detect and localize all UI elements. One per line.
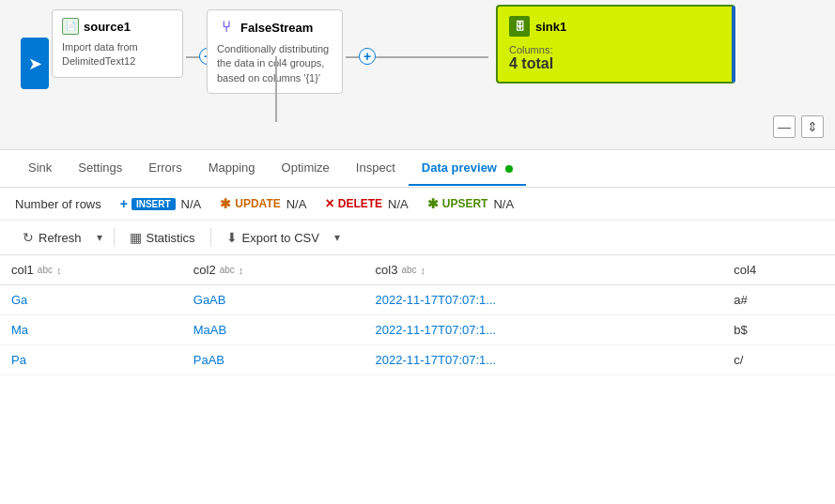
col2-type: abc — [220, 265, 235, 275]
summary-rows: Number of rows — [15, 197, 101, 211]
row2-col1: Ma — [0, 315, 182, 345]
export-icon: ⬇ — [226, 230, 238, 245]
source-node-name: source1 — [84, 20, 131, 34]
data-preview-status-dot — [505, 165, 513, 173]
tab-inspect[interactable]: Inspect — [343, 151, 409, 186]
row1-col3: 2022-11-17T07:07:1... — [364, 285, 723, 315]
upsert-symbol: ✱ — [427, 196, 439, 211]
data-table: col1 abc ↕ col2 abc ↕ col3 abc — [0, 255, 835, 375]
col2-name: col2 — [193, 263, 216, 277]
table-body: Ga GaAB 2022-11-17T07:07:1... a# Ma MaAB… — [0, 285, 835, 375]
refresh-label: Refresh — [39, 231, 82, 245]
minimize-btn[interactable]: — — [773, 115, 796, 138]
statistics-button[interactable]: ▦ Statistics — [122, 226, 203, 249]
row1-col1: Ga — [0, 285, 182, 315]
row2-col3: 2022-11-17T07:07:1... — [364, 315, 723, 345]
tabs-bar: Sink Settings Errors Mapping Optimize In… — [0, 150, 835, 188]
col1-header: col1 abc ↕ — [0, 255, 182, 285]
delete-badge: DELETE — [338, 197, 382, 210]
summary-upsert: ✱ UPSERT N/A — [427, 196, 514, 211]
insert-value: N/A — [181, 197, 202, 211]
insert-badge: INSERT — [131, 198, 176, 210]
row3-col2: PaAB — [182, 345, 364, 375]
export-csv-button[interactable]: ⬇ Export to CSV — [219, 226, 327, 249]
refresh-dropdown[interactable]: ▾ — [93, 227, 106, 248]
table-row: Ma MaAB 2022-11-17T07:07:1... b$ — [0, 315, 835, 345]
insert-plus-symbol: + — [120, 196, 128, 211]
sink-node-name: sink1 — [535, 20, 566, 34]
canvas-area: ➤ 📄 source1 Import data from DelimitedTe… — [0, 0, 835, 150]
tab-data-preview[interactable]: Data preview — [409, 151, 526, 186]
col1-name: col1 — [11, 263, 34, 277]
connector-vertical — [275, 56, 277, 122]
toolbar: ↻ Refresh ▾ ▦ Statistics ⬇ Export to CSV… — [0, 221, 835, 255]
add-node-btn-2[interactable]: + — [359, 48, 376, 65]
row3-col4: c/ — [722, 345, 835, 375]
connector-line-3 — [376, 56, 488, 58]
sink-columns-label: Columns: — [509, 44, 720, 55]
export-dropdown[interactable]: ▾ — [331, 227, 344, 248]
row3-col1: Pa — [0, 345, 182, 375]
table-row: Ga GaAB 2022-11-17T07:07:1... a# — [0, 285, 835, 315]
col3-type: abc — [401, 265, 416, 275]
upsert-value: N/A — [493, 197, 514, 211]
summary-insert: + INSERT N/A — [120, 196, 202, 211]
upsert-badge: UPSERT — [442, 197, 488, 210]
source-arrow-icon: ➤ — [21, 38, 49, 89]
summary-update: ✱ UPDATE N/A — [220, 196, 306, 211]
row1-col2: GaAB — [182, 285, 364, 315]
col2-header: col2 abc ↕ — [182, 255, 364, 285]
row2-col4: b$ — [722, 315, 835, 345]
row1-col4: a# — [722, 285, 835, 315]
export-label: Export to CSV — [242, 231, 319, 245]
resize-btn[interactable]: ⇕ — [801, 115, 824, 138]
col1-sort-icon[interactable]: ↕ — [56, 265, 62, 276]
sink-node[interactable]: 🗄 sink1 Columns: 4 total — [496, 5, 735, 84]
source-node[interactable]: 📄 source1 Import data from DelimitedText… — [52, 9, 183, 78]
col4-header: col4 — [722, 255, 835, 285]
delete-value: N/A — [388, 197, 409, 211]
table-header-row: col1 abc ↕ col2 abc ↕ col3 abc — [0, 255, 835, 285]
col3-name: col3 — [376, 263, 398, 277]
row2-col2: MaAB — [182, 315, 364, 345]
refresh-button[interactable]: ↻ Refresh — [15, 226, 89, 249]
table-row: Pa PaAB 2022-11-17T07:07:1... c/ — [0, 345, 835, 375]
statistics-icon: ▦ — [130, 230, 142, 245]
update-value: N/A — [286, 197, 307, 211]
tab-settings[interactable]: Settings — [65, 151, 135, 186]
source-node-description: Import data from DelimitedText12 — [62, 40, 173, 69]
update-symbol: ✱ — [220, 196, 231, 211]
tab-sink[interactable]: Sink — [15, 151, 65, 186]
sink-icon: 🗄 — [509, 16, 530, 37]
col3-header: col3 abc ↕ — [364, 255, 723, 285]
update-badge: UPDATE — [235, 197, 280, 210]
canvas-controls: — ⇕ — [773, 115, 824, 138]
toolbar-divider-2 — [210, 228, 211, 247]
toolbar-divider-1 — [114, 228, 115, 247]
delete-symbol: × — [325, 195, 333, 212]
refresh-icon: ↻ — [23, 230, 34, 245]
falsestream-node-name: FalseStream — [240, 21, 313, 35]
col1-type: abc — [38, 265, 53, 275]
tab-optimize[interactable]: Optimize — [269, 151, 343, 186]
summary-delete: × DELETE N/A — [325, 195, 408, 212]
col2-sort-icon[interactable]: ↕ — [239, 265, 244, 276]
tab-mapping[interactable]: Mapping — [195, 151, 269, 186]
col3-sort-icon[interactable]: ↕ — [421, 265, 426, 276]
source-doc-icon: 📄 — [62, 18, 79, 35]
row3-col3: 2022-11-17T07:07:1... — [364, 345, 723, 375]
col4-name: col4 — [734, 263, 756, 277]
sink-columns-value: 4 total — [509, 55, 720, 72]
data-table-container: col1 abc ↕ col2 abc ↕ col3 abc — [0, 255, 835, 375]
row-summary-bar: Number of rows + INSERT N/A ✱ UPDATE N/A… — [0, 188, 835, 221]
rows-label: Number of rows — [15, 197, 101, 211]
falsestream-icon: ⑂ — [217, 18, 236, 37]
tab-errors[interactable]: Errors — [135, 151, 194, 186]
statistics-label: Statistics — [147, 231, 195, 245]
